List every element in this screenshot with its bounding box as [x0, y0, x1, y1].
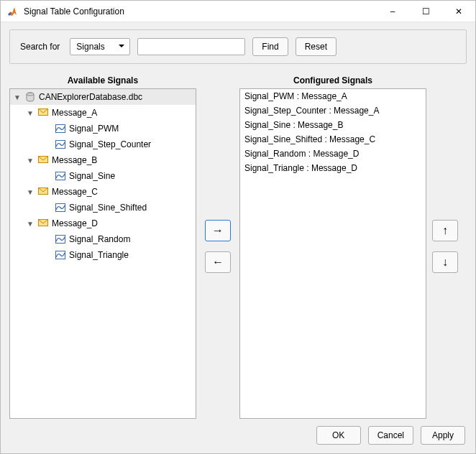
reset-button[interactable]: Reset: [296, 37, 337, 56]
configured-item[interactable]: Signal_Triangle : Message_D: [240, 161, 426, 175]
find-button[interactable]: Find: [252, 37, 288, 56]
search-type-selected: Signals: [76, 42, 104, 52]
tree-signal-label: Signal_Sine_Shifted: [69, 203, 147, 213]
tree-message-label: Message_D: [52, 218, 98, 228]
expander-open-icon[interactable]: ▼: [26, 188, 35, 196]
expander-open-icon[interactable]: ▼: [26, 220, 35, 228]
tree-signal-row[interactable]: Signal_Random: [10, 231, 196, 247]
signal-icon: [55, 123, 66, 134]
cancel-button[interactable]: Cancel: [368, 426, 413, 445]
tree-signal-label: Signal_Random: [69, 234, 130, 244]
signal-icon: [55, 233, 66, 245]
add-button[interactable]: →: [205, 220, 231, 241]
tree-signal-row[interactable]: Signal_Triangle: [10, 247, 196, 263]
tree-db-row[interactable]: ▼CANExplorerDatabase.dbc: [10, 89, 196, 105]
configured-list[interactable]: Signal_PWM : Message_ASignal_Step_Counte…: [239, 88, 426, 419]
signal-icon: [55, 139, 66, 150]
configured-item[interactable]: Signal_Random : Message_D: [240, 147, 426, 161]
minimize-button[interactable]: –: [376, 1, 409, 22]
tree-message-label: Message_A: [52, 108, 97, 118]
tree-signal-label: Signal_Step_Counter: [69, 139, 151, 149]
signal-table-config-window: Signal Table Configuration – ☐ ✕ Search …: [0, 0, 476, 454]
arrow-down-icon: ↓: [442, 256, 448, 269]
transfer-column: → ←: [196, 74, 239, 419]
tree-message-label: Message_C: [52, 187, 98, 197]
message-icon: [37, 107, 49, 119]
signal-icon: [55, 249, 66, 261]
tree-signal-label: Signal_PWM: [69, 124, 119, 134]
available-tree[interactable]: ▼CANExplorerDatabase.dbc▼Message_ASignal…: [9, 88, 196, 419]
tree-signal-row[interactable]: Signal_PWM: [10, 121, 196, 136]
search-type-select[interactable]: Signals: [70, 38, 130, 55]
ok-button[interactable]: OK: [316, 426, 361, 445]
tree-message-row[interactable]: ▼Message_D: [10, 216, 196, 231]
expander-open-icon[interactable]: ▼: [26, 109, 35, 117]
matlab-icon: [6, 6, 18, 17]
configured-item[interactable]: Signal_Sine_Shifted : Message_C: [240, 132, 426, 147]
configured-panel: Configured Signals Signal_PWM : Message_…: [239, 74, 426, 419]
tree-signal-row[interactable]: Signal_Sine: [10, 168, 196, 184]
configured-header: Configured Signals: [239, 74, 426, 88]
main-row: Available Signals ▼CANExplorerDatabase.d…: [9, 74, 467, 419]
remove-button[interactable]: ←: [205, 251, 231, 273]
configured-item[interactable]: Signal_Step_Counter : Message_A: [240, 103, 426, 118]
tree-message-row[interactable]: ▼Message_B: [10, 152, 196, 168]
move-down-button[interactable]: ↓: [432, 251, 458, 273]
content-area: Search for Signals Find Reset Available …: [1, 22, 475, 453]
tree-signal-row[interactable]: Signal_Sine_Shifted: [10, 200, 196, 216]
arrow-right-icon: →: [212, 224, 224, 237]
search-panel: Search for Signals Find Reset: [9, 29, 467, 64]
database-icon: [24, 91, 36, 103]
tree-signal-label: Signal_Triangle: [69, 250, 129, 260]
tree-message-label: Message_B: [52, 155, 97, 165]
footer: OK Cancel Apply: [9, 419, 467, 448]
arrow-up-icon: ↑: [442, 224, 448, 237]
expander-open-icon[interactable]: ▼: [13, 93, 22, 101]
tree-db-label: CANExplorerDatabase.dbc: [39, 92, 142, 102]
tree-signal-row[interactable]: Signal_Step_Counter: [10, 136, 196, 152]
configured-item[interactable]: Signal_PWM : Message_A: [240, 89, 426, 103]
message-icon: [37, 218, 49, 229]
signal-icon: [55, 202, 66, 213]
tree-signal-label: Signal_Sine: [69, 171, 115, 181]
message-icon: [37, 154, 49, 166]
available-header: Available Signals: [9, 74, 196, 88]
tree-message-row[interactable]: ▼Message_A: [10, 105, 196, 121]
arrow-left-icon: ←: [212, 256, 224, 269]
search-input[interactable]: [137, 38, 245, 55]
search-for-label: Search for: [17, 42, 63, 52]
signal-icon: [55, 170, 66, 182]
tree-message-row[interactable]: ▼Message_C: [10, 184, 196, 200]
apply-button[interactable]: Apply: [421, 426, 465, 445]
reorder-column: ↑ ↓: [426, 74, 459, 419]
maximize-button[interactable]: ☐: [409, 1, 442, 22]
expander-open-icon[interactable]: ▼: [26, 157, 35, 165]
window-title: Signal Table Configuration: [24, 6, 124, 17]
move-up-button[interactable]: ↑: [432, 220, 458, 241]
available-panel: Available Signals ▼CANExplorerDatabase.d…: [9, 74, 196, 419]
message-icon: [37, 186, 49, 198]
chevron-down-icon: [118, 42, 125, 52]
configured-item[interactable]: Signal_Sine : Message_B: [240, 118, 426, 132]
titlebar: Signal Table Configuration – ☐ ✕: [1, 1, 475, 22]
close-button[interactable]: ✕: [442, 1, 475, 22]
